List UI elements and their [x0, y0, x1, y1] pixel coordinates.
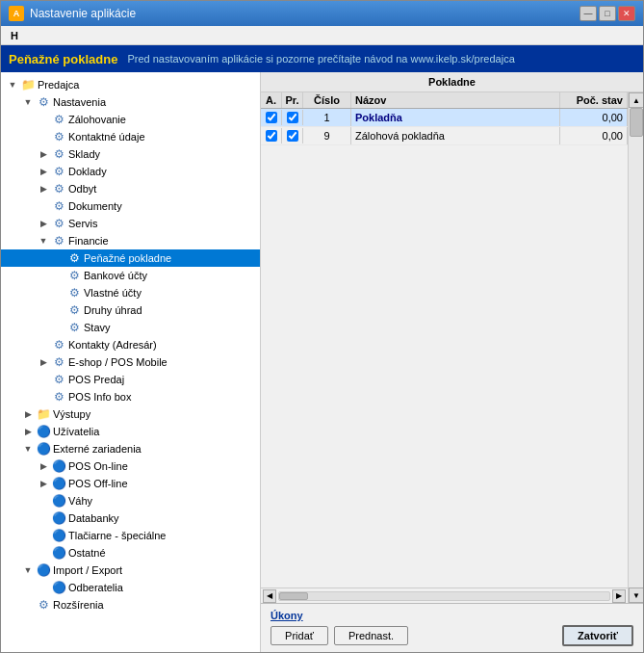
- row2-col-cislo: 9: [303, 127, 351, 144]
- sidebar-item-rozsirenia[interactable]: ▶ ⚙ Rozšírenia: [1, 596, 260, 614]
- sidebar-item-sklady[interactable]: ▶ ⚙ Sklady: [1, 145, 260, 163]
- row1-checkbox-a[interactable]: [266, 112, 277, 123]
- sidebar: ▼ 📁 Predajca ▼ ⚙ Nastavenia ▶ ⚙ Zálohova…: [1, 72, 261, 652]
- sidebar-item-penazne-pokladne[interactable]: ▶ ⚙ Peňažné pokladne: [1, 249, 260, 267]
- sidebar-item-tlaciar[interactable]: ▶ 🔵 Tlačiarne - špeciálne: [1, 527, 260, 544]
- globe-icon-pos-offline: 🔵: [51, 476, 66, 491]
- expander-nastavenia[interactable]: ▼: [20, 94, 36, 110]
- expander-odbyt[interactable]: ▶: [36, 181, 51, 196]
- label-databanky: Databanky: [68, 512, 119, 524]
- sidebar-item-odbyt[interactable]: ▶ ⚙ Odbyt: [1, 180, 260, 197]
- h-scroll-right-btn[interactable]: ▶: [612, 589, 626, 603]
- label-predajca: Predajca: [38, 79, 79, 91]
- globe-icon-odberatelia: 🔵: [51, 580, 66, 595]
- expander-vystupy[interactable]: ▶: [20, 406, 36, 422]
- expander-uzivatelia[interactable]: ▶: [20, 424, 36, 439]
- sidebar-item-eshop[interactable]: ▶ ⚙ E-shop / POS Mobile: [1, 353, 260, 371]
- v-scroll-thumb[interactable]: [630, 108, 643, 137]
- expander-import-export[interactable]: ▼: [20, 562, 36, 578]
- sidebar-item-pos-info-box[interactable]: ▶ ⚙ POS Info box: [1, 388, 260, 405]
- sidebar-item-dokumenty[interactable]: ▶ ⚙ Dokumenty: [1, 197, 260, 215]
- label-financie: Financie: [68, 235, 109, 247]
- sidebar-item-import-export[interactable]: ▼ 🔵 Import / Export: [1, 562, 260, 579]
- sidebar-item-kontakty[interactable]: ▶ ⚙ Kontakty (Adresár): [1, 336, 260, 353]
- label-eshop: E-shop / POS Mobile: [68, 356, 167, 368]
- folder-icon-vystupy: 📁: [36, 406, 51, 422]
- gear-icon-rozsirenia: ⚙: [36, 597, 51, 613]
- label-servis: Servis: [68, 218, 98, 229]
- row1-col-pr: [282, 110, 303, 125]
- expander-servis[interactable]: ▶: [36, 216, 51, 231]
- expander-financie[interactable]: ▼: [36, 233, 51, 248]
- h-scroll-thumb[interactable]: [279, 592, 308, 600]
- sidebar-item-vystupy[interactable]: ▶ 📁 Výstupy: [1, 405, 260, 423]
- row2-checkbox-pr[interactable]: [287, 130, 298, 142]
- expander-predajca[interactable]: ▼: [5, 77, 20, 92]
- title-bar: A Nastavenie aplikácie — □ ✕: [1, 1, 643, 26]
- row1-col-nazov: Pokladňa: [351, 109, 560, 126]
- sidebar-item-vahy[interactable]: ▶ 🔵 Váhy: [1, 492, 260, 509]
- minimize-button[interactable]: —: [580, 6, 597, 21]
- row1-checkbox-pr[interactable]: [287, 112, 298, 123]
- sidebar-item-servis[interactable]: ▶ ⚙ Servis: [1, 215, 260, 232]
- expander-eshop[interactable]: ▶: [36, 354, 51, 370]
- section-title: Peňažné pokladne: [9, 52, 117, 66]
- header-description: Pred nastavovaním aplikácie si pozorne p…: [127, 53, 514, 65]
- v-scroll-up-btn[interactable]: ▲: [629, 92, 643, 108]
- expander-externe[interactable]: ▼: [20, 441, 36, 457]
- gear-icon-financie: ⚙: [51, 233, 66, 248]
- table-row[interactable]: 1 Pokladňa 0,00: [261, 109, 628, 127]
- row2-checkbox-a[interactable]: [266, 130, 277, 142]
- h-scroll-track[interactable]: [278, 591, 610, 601]
- expander-doklady[interactable]: ▶: [36, 164, 51, 179]
- footer: Úkony Pridať Prednast. Zatvoriť: [261, 603, 643, 652]
- sidebar-item-externe[interactable]: ▼ 🔵 Externé zariadenia: [1, 440, 260, 457]
- expander-pos-online[interactable]: ▶: [36, 458, 51, 474]
- label-import-export: Import / Export: [53, 564, 122, 576]
- label-doklady: Doklady: [68, 166, 107, 177]
- v-scroll-track[interactable]: [629, 108, 643, 588]
- row2-cislo-text: 9: [323, 130, 329, 142]
- sidebar-item-uzivatelia[interactable]: ▶ 🔵 Užívatelia: [1, 423, 260, 440]
- label-pos-online: POS On-line: [68, 460, 128, 472]
- sidebar-item-kontaktne-udaje[interactable]: ▶ ⚙ Kontaktné údaje: [1, 128, 260, 145]
- sidebar-item-financie[interactable]: ▼ ⚙ Financie: [1, 232, 260, 249]
- zatvorit-button[interactable]: Zatvoriť: [562, 625, 633, 646]
- label-pos-offline: POS Off-line: [68, 478, 128, 489]
- sidebar-item-doklady[interactable]: ▶ ⚙ Doklady: [1, 163, 260, 180]
- pridat-button[interactable]: Pridať: [270, 626, 328, 645]
- expander-sklady[interactable]: ▶: [36, 146, 51, 162]
- sidebar-item-druhy-uhrad[interactable]: ▶ ⚙ Druhy úhrad: [1, 301, 260, 319]
- sidebar-item-pos-offline[interactable]: ▶ 🔵 POS Off-line: [1, 475, 260, 492]
- sidebar-item-databanky[interactable]: ▶ 🔵 Databanky: [1, 509, 260, 527]
- sidebar-item-stavy[interactable]: ▶ ⚙ Stavy: [1, 319, 260, 336]
- table-row[interactable]: 9 Zálohová pokladňa 0,00: [261, 127, 628, 145]
- maximize-button[interactable]: □: [599, 6, 616, 21]
- globe-icon-vahy: 🔵: [51, 493, 66, 509]
- label-vystupy: Výstupy: [53, 408, 90, 420]
- sidebar-item-predajca[interactable]: ▼ 📁 Predajca: [1, 76, 260, 93]
- col-header-a: A.: [261, 92, 282, 108]
- vertical-scrollbar[interactable]: ▲ ▼: [628, 92, 643, 603]
- sidebar-item-pos-predaj[interactable]: ▶ ⚙ POS Predaj: [1, 371, 260, 388]
- sidebar-item-pos-online[interactable]: ▶ 🔵 POS On-line: [1, 457, 260, 475]
- menu-h[interactable]: H: [5, 28, 24, 43]
- sidebar-item-nastavenia[interactable]: ▼ ⚙ Nastavenia: [1, 93, 260, 111]
- row2-poc-text: 0,00: [603, 130, 623, 142]
- sidebar-item-vlastne-ucty[interactable]: ▶ ⚙ Vlastné účty: [1, 284, 260, 301]
- close-button[interactable]: ✕: [618, 6, 635, 21]
- horizontal-scrollbar[interactable]: ◀ ▶: [261, 588, 628, 603]
- v-scroll-down-btn[interactable]: ▼: [629, 588, 643, 603]
- prednast-button[interactable]: Prednast.: [334, 626, 408, 645]
- sidebar-item-ostatne[interactable]: ▶ 🔵 Ostatné: [1, 544, 260, 562]
- sidebar-item-zalohovanie[interactable]: ▶ ⚙ Zálohovanie: [1, 111, 260, 128]
- sidebar-item-bankove-ucty[interactable]: ▶ ⚙ Bankové účty: [1, 267, 260, 284]
- expander-pos-offline[interactable]: ▶: [36, 476, 51, 491]
- globe-icon-pos-online: 🔵: [51, 458, 66, 474]
- sidebar-item-odberatelia[interactable]: ▶ 🔵 Odberatelia: [1, 579, 260, 596]
- label-uzivatelia: Užívatelia: [53, 426, 99, 437]
- label-pos-info-box: POS Info box: [68, 391, 131, 403]
- globe-icon-ostatne: 🔵: [51, 545, 66, 561]
- h-scroll-left-btn[interactable]: ◀: [263, 589, 276, 603]
- globe-icon-externe: 🔵: [36, 441, 51, 457]
